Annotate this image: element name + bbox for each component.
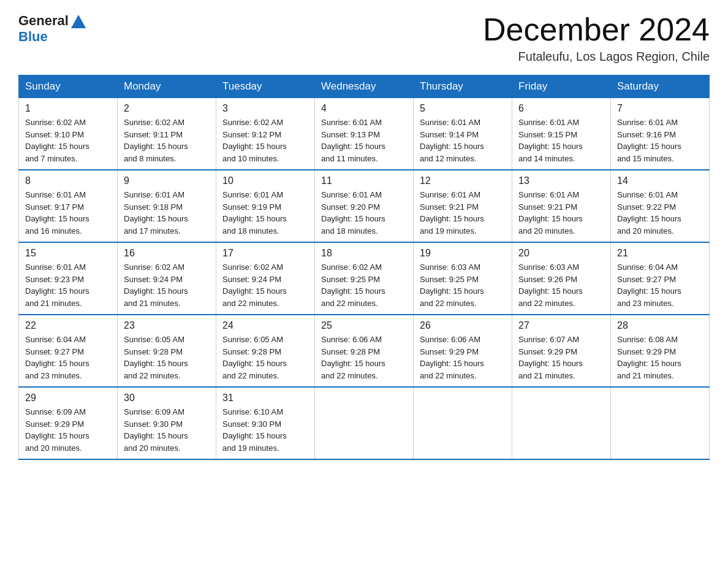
calendar-cell: 9 Sunrise: 6:01 AMSunset: 9:18 PMDayligh… <box>118 170 216 242</box>
day-number: 31 <box>222 393 308 404</box>
calendar-cell: 29 Sunrise: 6:09 AMSunset: 9:29 PMDaylig… <box>19 387 118 459</box>
day-info: Sunrise: 6:10 AMSunset: 9:30 PMDaylight:… <box>222 407 287 453</box>
day-number: 9 <box>124 175 210 186</box>
calendar-cell: 17 Sunrise: 6:02 AMSunset: 9:24 PMDaylig… <box>216 242 315 315</box>
weekday-header-sunday: Sunday <box>19 75 118 98</box>
day-number: 15 <box>25 248 111 259</box>
day-number: 25 <box>321 320 407 331</box>
calendar-cell: 16 Sunrise: 6:02 AMSunset: 9:24 PMDaylig… <box>118 242 216 315</box>
day-info: Sunrise: 6:01 AMSunset: 9:18 PMDaylight:… <box>124 190 188 236</box>
calendar-cell: 4 Sunrise: 6:01 AMSunset: 9:13 PMDayligh… <box>315 98 414 170</box>
calendar-cell: 15 Sunrise: 6:01 AMSunset: 9:23 PMDaylig… <box>19 242 118 315</box>
day-number: 12 <box>420 175 506 186</box>
week-row-5: 29 Sunrise: 6:09 AMSunset: 9:29 PMDaylig… <box>19 387 710 459</box>
calendar-cell: 1 Sunrise: 6:02 AMSunset: 9:10 PMDayligh… <box>19 98 118 170</box>
calendar-cell: 2 Sunrise: 6:02 AMSunset: 9:11 PMDayligh… <box>118 98 216 170</box>
day-number: 23 <box>124 320 210 331</box>
header: General Blue December 2024 Futaleufu, Lo… <box>18 12 710 64</box>
calendar-table: SundayMondayTuesdayWednesdayThursdayFrid… <box>18 75 710 460</box>
calendar-cell: 21 Sunrise: 6:04 AMSunset: 9:27 PMDaylig… <box>611 242 710 315</box>
logo-text: General Blue <box>18 12 87 44</box>
calendar-cell: 19 Sunrise: 6:03 AMSunset: 9:25 PMDaylig… <box>414 242 512 315</box>
calendar-cell: 18 Sunrise: 6:02 AMSunset: 9:25 PMDaylig… <box>315 242 414 315</box>
week-row-3: 15 Sunrise: 6:01 AMSunset: 9:23 PMDaylig… <box>19 242 710 315</box>
calendar-cell: 11 Sunrise: 6:01 AMSunset: 9:20 PMDaylig… <box>315 170 414 242</box>
day-info: Sunrise: 6:06 AMSunset: 9:28 PMDaylight:… <box>321 335 385 380</box>
title-area: December 2024 Futaleufu, Los Lagos Regio… <box>483 12 710 64</box>
calendar-cell: 3 Sunrise: 6:02 AMSunset: 9:12 PMDayligh… <box>216 98 315 170</box>
calendar-cell: 10 Sunrise: 6:01 AMSunset: 9:19 PMDaylig… <box>216 170 315 242</box>
calendar-cell: 5 Sunrise: 6:01 AMSunset: 9:14 PMDayligh… <box>414 98 512 170</box>
calendar-cell: 13 Sunrise: 6:01 AMSunset: 9:21 PMDaylig… <box>512 170 611 242</box>
day-number: 30 <box>124 393 210 404</box>
day-number: 3 <box>222 103 308 114</box>
day-info: Sunrise: 6:01 AMSunset: 9:21 PMDaylight:… <box>518 190 583 236</box>
calendar-cell <box>414 387 512 459</box>
calendar-subtitle: Futaleufu, Los Lagos Region, Chile <box>483 50 710 64</box>
day-info: Sunrise: 6:08 AMSunset: 9:29 PMDaylight:… <box>617 335 681 380</box>
day-number: 2 <box>124 103 210 114</box>
day-info: Sunrise: 6:02 AMSunset: 9:10 PMDaylight:… <box>25 118 89 163</box>
day-info: Sunrise: 6:03 AMSunset: 9:25 PMDaylight:… <box>420 262 484 308</box>
day-info: Sunrise: 6:04 AMSunset: 9:27 PMDaylight:… <box>617 262 681 308</box>
day-number: 4 <box>321 103 407 114</box>
calendar-title: December 2024 <box>483 12 710 47</box>
logo: General Blue <box>18 12 87 44</box>
day-number: 28 <box>617 320 703 331</box>
logo-blue: Blue <box>18 29 48 44</box>
weekday-header-saturday: Saturday <box>611 75 710 98</box>
calendar-cell: 7 Sunrise: 6:01 AMSunset: 9:16 PMDayligh… <box>611 98 710 170</box>
day-info: Sunrise: 6:01 AMSunset: 9:21 PMDaylight:… <box>420 190 484 236</box>
calendar-cell <box>512 387 611 459</box>
day-info: Sunrise: 6:03 AMSunset: 9:26 PMDaylight:… <box>518 262 583 308</box>
day-number: 16 <box>124 248 210 259</box>
day-number: 14 <box>617 175 703 186</box>
day-number: 24 <box>222 320 308 331</box>
day-info: Sunrise: 6:02 AMSunset: 9:24 PMDaylight:… <box>222 262 287 308</box>
day-number: 1 <box>25 103 111 114</box>
day-number: 10 <box>222 175 308 186</box>
day-info: Sunrise: 6:01 AMSunset: 9:14 PMDaylight:… <box>420 118 484 163</box>
day-number: 5 <box>420 103 506 114</box>
day-info: Sunrise: 6:02 AMSunset: 9:25 PMDaylight:… <box>321 262 385 308</box>
logo-icon <box>70 12 87 29</box>
logo-general: General <box>18 13 69 28</box>
day-info: Sunrise: 6:06 AMSunset: 9:29 PMDaylight:… <box>420 335 484 380</box>
day-info: Sunrise: 6:05 AMSunset: 9:28 PMDaylight:… <box>222 335 287 380</box>
weekday-header-wednesday: Wednesday <box>315 75 414 98</box>
day-number: 26 <box>420 320 506 331</box>
weekday-header-row: SundayMondayTuesdayWednesdayThursdayFrid… <box>19 75 710 98</box>
day-info: Sunrise: 6:01 AMSunset: 9:20 PMDaylight:… <box>321 190 385 236</box>
day-info: Sunrise: 6:04 AMSunset: 9:27 PMDaylight:… <box>25 335 89 380</box>
calendar-cell <box>315 387 414 459</box>
day-info: Sunrise: 6:05 AMSunset: 9:28 PMDaylight:… <box>124 335 188 380</box>
calendar-cell: 8 Sunrise: 6:01 AMSunset: 9:17 PMDayligh… <box>19 170 118 242</box>
day-number: 8 <box>25 175 111 186</box>
calendar-cell: 25 Sunrise: 6:06 AMSunset: 9:28 PMDaylig… <box>315 315 414 387</box>
day-number: 7 <box>617 103 703 114</box>
calendar-cell: 6 Sunrise: 6:01 AMSunset: 9:15 PMDayligh… <box>512 98 611 170</box>
weekday-header-friday: Friday <box>512 75 611 98</box>
calendar-cell: 28 Sunrise: 6:08 AMSunset: 9:29 PMDaylig… <box>611 315 710 387</box>
day-number: 18 <box>321 248 407 259</box>
week-row-2: 8 Sunrise: 6:01 AMSunset: 9:17 PMDayligh… <box>19 170 710 242</box>
day-number: 6 <box>518 103 604 114</box>
day-number: 17 <box>222 248 308 259</box>
day-info: Sunrise: 6:09 AMSunset: 9:29 PMDaylight:… <box>25 407 89 453</box>
calendar-cell: 26 Sunrise: 6:06 AMSunset: 9:29 PMDaylig… <box>414 315 512 387</box>
calendar-cell: 22 Sunrise: 6:04 AMSunset: 9:27 PMDaylig… <box>19 315 118 387</box>
weekday-header-monday: Monday <box>118 75 216 98</box>
weekday-header-tuesday: Tuesday <box>216 75 315 98</box>
calendar-cell: 30 Sunrise: 6:09 AMSunset: 9:30 PMDaylig… <box>118 387 216 459</box>
day-number: 13 <box>518 175 604 186</box>
day-number: 22 <box>25 320 111 331</box>
day-info: Sunrise: 6:02 AMSunset: 9:11 PMDaylight:… <box>124 118 188 163</box>
calendar-cell: 12 Sunrise: 6:01 AMSunset: 9:21 PMDaylig… <box>414 170 512 242</box>
day-number: 11 <box>321 175 407 186</box>
day-number: 21 <box>617 248 703 259</box>
calendar-cell <box>611 387 710 459</box>
day-info: Sunrise: 6:01 AMSunset: 9:19 PMDaylight:… <box>222 190 287 236</box>
day-number: 27 <box>518 320 604 331</box>
calendar-cell: 20 Sunrise: 6:03 AMSunset: 9:26 PMDaylig… <box>512 242 611 315</box>
calendar-cell: 31 Sunrise: 6:10 AMSunset: 9:30 PMDaylig… <box>216 387 315 459</box>
